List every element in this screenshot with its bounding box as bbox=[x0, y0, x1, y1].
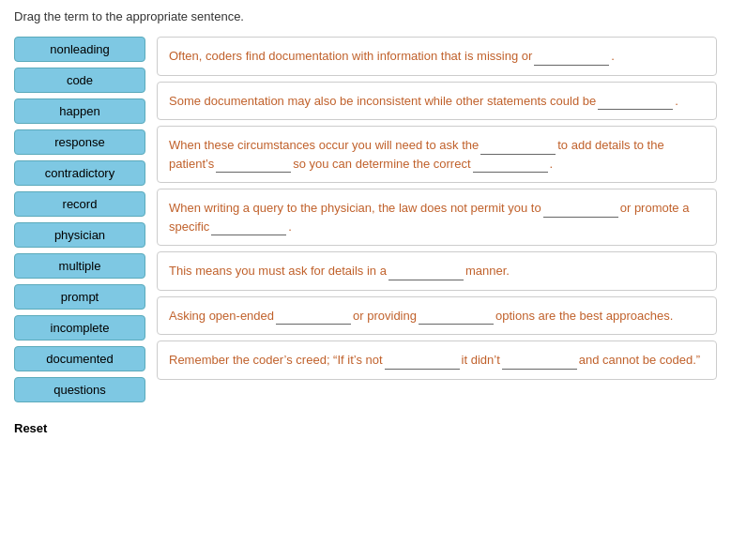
term-questions[interactable]: questions bbox=[14, 377, 145, 402]
sentence-text-4-2: manner. bbox=[465, 264, 510, 278]
term-response[interactable]: response bbox=[14, 129, 145, 155]
sentence-text-6-0: Remember the coder’s creed; “If it’s not bbox=[169, 353, 383, 367]
sentence-text-1-2: . bbox=[675, 94, 678, 108]
sentence-box-s3: When these circumstances occur you will … bbox=[157, 126, 717, 183]
term-happen[interactable]: happen bbox=[14, 98, 145, 124]
term-documented[interactable]: documented bbox=[14, 346, 145, 371]
sentence-text-0-2: . bbox=[611, 49, 615, 63]
sentence-text-5-2: or providing bbox=[353, 309, 417, 323]
sentence-text-6-2: it didn’t bbox=[462, 353, 500, 367]
term-nonleading[interactable]: nonleading bbox=[14, 37, 145, 62]
sentence-text-5-0: Asking open-ended bbox=[169, 309, 274, 323]
sentence-box-s2: Some documentation may also be inconsist… bbox=[157, 82, 717, 121]
blank-0-0[interactable] bbox=[534, 53, 609, 66]
reset-area: Reset bbox=[14, 421, 717, 435]
term-prompt[interactable]: prompt bbox=[14, 284, 145, 310]
instruction-text: Drag the term to the appropriate sentenc… bbox=[14, 9, 717, 23]
term-incomplete[interactable]: incomplete bbox=[14, 315, 145, 341]
blank-6-1[interactable] bbox=[502, 356, 577, 370]
sentence-text-3-4: . bbox=[288, 219, 292, 234]
blank-2-1[interactable] bbox=[216, 159, 291, 173]
blank-3-0[interactable] bbox=[543, 204, 618, 218]
blank-5-0[interactable] bbox=[276, 311, 351, 325]
blank-1-0[interactable] bbox=[598, 97, 673, 110]
sentence-box-s4: When writing a query to the physician, t… bbox=[157, 189, 717, 246]
sentence-text-1-0: Some documentation may also be inconsist… bbox=[169, 94, 596, 108]
sentence-text-3-0: When writing a query to the physician, t… bbox=[169, 201, 541, 215]
blank-4-0[interactable] bbox=[388, 267, 464, 280]
sentence-text-5-4: options are the best approaches. bbox=[495, 309, 673, 323]
sentence-box-s5: This means you must ask for details in a… bbox=[157, 251, 717, 291]
terms-panel: nonleadingcodehappenresponsecontradictor… bbox=[14, 37, 145, 402]
sentence-box-s1: Often, coders find documentation with in… bbox=[157, 37, 717, 76]
sentence-text-2-6: . bbox=[550, 157, 554, 171]
sentence-box-s6: Asking open-ended or providing options a… bbox=[157, 296, 717, 336]
sentence-text-0-0: Often, coders find documentation with in… bbox=[169, 49, 532, 63]
term-record[interactable]: record bbox=[14, 191, 145, 217]
sentence-text-4-0: This means you must ask for details in a bbox=[169, 264, 387, 278]
term-multiple[interactable]: multiple bbox=[14, 253, 145, 279]
term-code[interactable]: code bbox=[14, 68, 145, 93]
sentence-text-2-4: so you can determine the correct bbox=[293, 157, 470, 171]
term-physician[interactable]: physician bbox=[14, 222, 145, 248]
sentence-text-2-0: When these circumstances occur you will … bbox=[169, 138, 479, 152]
reset-button[interactable]: Reset bbox=[14, 421, 47, 435]
blank-2-0[interactable] bbox=[480, 142, 556, 155]
term-contradictory[interactable]: contradictory bbox=[14, 160, 145, 186]
main-area: nonleadingcodehappenresponsecontradictor… bbox=[14, 37, 717, 402]
sentence-text-6-4: and cannot be coded.” bbox=[579, 353, 700, 367]
blank-3-1[interactable] bbox=[211, 222, 286, 235]
blank-5-1[interactable] bbox=[419, 311, 494, 325]
blank-2-2[interactable] bbox=[473, 159, 548, 173]
blank-6-0[interactable] bbox=[385, 356, 460, 370]
sentence-box-s7: Remember the coder’s creed; “If it’s not… bbox=[157, 341, 717, 380]
sentences-panel: Often, coders find documentation with in… bbox=[157, 37, 717, 380]
